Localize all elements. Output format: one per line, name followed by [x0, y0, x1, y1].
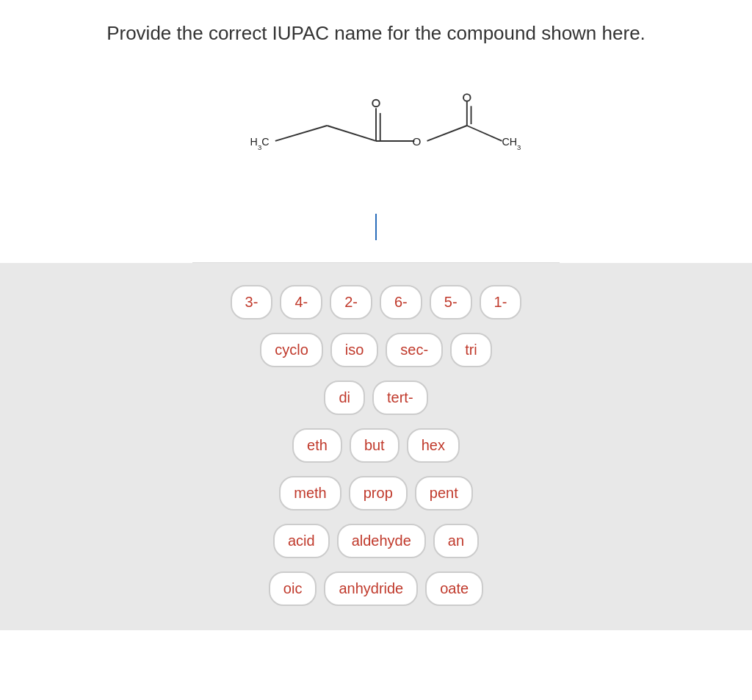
svg-point-11 — [463, 94, 471, 101]
molecule-diagram: H3C O CH3 — [229, 67, 523, 184]
key-oate-button[interactable]: oate — [425, 571, 483, 606]
key-4-button[interactable]: 4- — [280, 285, 322, 320]
svg-line-1 — [275, 126, 327, 141]
button-row-4: ethbuthex — [292, 428, 460, 463]
key-3-button[interactable]: 3- — [231, 285, 273, 320]
button-row-2: cycloisosec-tri — [260, 333, 492, 367]
key-anhydride-button[interactable]: anhydride — [324, 571, 418, 606]
key-acid-button[interactable]: acid — [273, 524, 330, 558]
key-tri-button[interactable]: tri — [450, 333, 492, 367]
key-an-button[interactable]: an — [433, 524, 479, 558]
key-hex-button[interactable]: hex — [407, 428, 460, 463]
key-eth-button[interactable]: eth — [292, 428, 342, 463]
key-di-button[interactable]: di — [324, 380, 365, 415]
answer-area — [192, 199, 560, 263]
key-5-button[interactable]: 5- — [430, 285, 472, 320]
key-prop-button[interactable]: prop — [349, 476, 408, 510]
svg-text:CH3: CH3 — [502, 136, 521, 151]
svg-line-8 — [427, 126, 467, 141]
svg-point-5 — [372, 100, 380, 107]
keyboard-section: 3-4-2-6-5-1- cycloisosec-tri ditert- eth… — [0, 263, 752, 630]
key-cyclo-button[interactable]: cyclo — [260, 333, 323, 367]
key-2-button[interactable]: 2- — [330, 285, 372, 320]
question-text: Provide the correct IUPAC name for the c… — [106, 22, 646, 45]
button-row-3: ditert- — [324, 380, 427, 415]
button-row-6: acidaldehydean — [273, 524, 479, 558]
key-but-button[interactable]: but — [350, 428, 400, 463]
svg-text:H3C: H3C — [250, 136, 270, 151]
svg-line-2 — [327, 126, 376, 141]
top-section: Provide the correct IUPAC name for the c… — [0, 0, 752, 263]
key-iso-button[interactable]: iso — [330, 333, 379, 367]
key-tert-button[interactable]: tert- — [372, 380, 428, 415]
key-1-button[interactable]: 1- — [480, 285, 522, 320]
key-6-button[interactable]: 6- — [380, 285, 422, 320]
button-row-5: methproppent — [279, 476, 472, 510]
button-row-1: 3-4-2-6-5-1- — [231, 285, 522, 320]
text-cursor — [375, 214, 377, 240]
key-oic-button[interactable]: oic — [269, 571, 317, 606]
key-meth-button[interactable]: meth — [279, 476, 341, 510]
key-sec-button[interactable]: sec- — [386, 333, 443, 367]
button-row-7: oicanhydrideoate — [269, 571, 483, 606]
key-aldehyde-button[interactable]: aldehyde — [337, 524, 426, 558]
svg-line-12 — [467, 126, 502, 141]
svg-text:O: O — [413, 135, 422, 148]
key-pent-button[interactable]: pent — [415, 476, 473, 510]
